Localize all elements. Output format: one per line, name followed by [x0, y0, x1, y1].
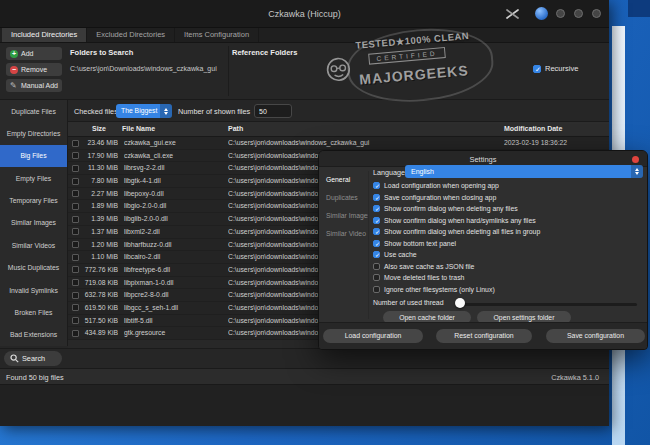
window-control-dot[interactable]: [592, 9, 601, 18]
titlebar[interactable]: Czkawka (Hiccup): [0, 0, 609, 28]
file-name: libtiff-5.dll: [124, 315, 224, 327]
save-configuration-button[interactable]: Save configuration: [546, 329, 645, 343]
settings-option: Also save cache as JSON file: [373, 261, 641, 273]
checkbox-label: Show confirm dialog when deleting any fi…: [384, 205, 518, 212]
search-path-item[interactable]: C:\users\jon\Downloads\windows_czkawka_g…: [70, 65, 217, 72]
tab-bar: Included DirectoriesExcluded Directories…: [0, 28, 609, 43]
checkbox[interactable]: [373, 182, 380, 189]
checkbox[interactable]: [373, 194, 380, 201]
manual-add-button[interactable]: Manual Add: [6, 79, 62, 92]
remove-button[interactable]: Remove: [6, 63, 62, 76]
sidebar-item-similar-videos[interactable]: Similar Videos: [0, 234, 67, 256]
language-dropdown[interactable]: English: [405, 165, 643, 178]
file-size: 719.08 KiB: [76, 277, 118, 289]
file-name: libpixman-1-0.dll: [124, 277, 224, 289]
load-configuration-button[interactable]: Load configuration: [323, 329, 423, 343]
search-button-label: Search: [22, 354, 45, 363]
settings-nav-general[interactable]: General: [319, 171, 368, 189]
settings-checkbox-list: Load configuration when opening appSave …: [373, 180, 641, 295]
checkbox[interactable]: [373, 263, 380, 270]
file-name: libgcc_s_seh-1.dll: [124, 302, 224, 314]
sidebar-item-empty-directories[interactable]: Empty Directories: [0, 122, 67, 144]
checkbox[interactable]: [373, 217, 380, 224]
window-control-dot[interactable]: [574, 9, 583, 18]
checkbox[interactable]: [373, 205, 380, 212]
checkbox[interactable]: [373, 251, 380, 258]
path-column-header[interactable]: Path: [228, 125, 243, 132]
tab-items-configuration[interactable]: Items Configuration: [175, 28, 259, 42]
file-size: 17.90 MiB: [76, 150, 118, 162]
close-icon[interactable]: [632, 156, 639, 163]
threads-slider-knob[interactable]: [455, 298, 465, 308]
settings-title: Settings: [319, 155, 647, 164]
settings-nav: GeneralDuplicatesSimilar ImagesSimilar V…: [319, 171, 369, 319]
settings-option: Use cache: [373, 249, 641, 261]
checkbox-label: Show bottom text panel: [384, 240, 456, 247]
sidebar-item-invalid-symlinks[interactable]: Invalid Symlinks: [0, 279, 67, 301]
tab-included-directories[interactable]: Included Directories: [2, 28, 87, 42]
language-dropdown-value: English: [411, 168, 434, 175]
tools-icon[interactable]: [505, 8, 521, 20]
checkbox-label: Load configuration when opening app: [384, 182, 499, 189]
window-control-dot[interactable]: [556, 9, 565, 18]
add-icon: [10, 50, 18, 58]
file-name-column-header[interactable]: File Name: [122, 125, 155, 132]
file-name: libpcre2-8-0.dll: [124, 289, 224, 301]
sidebar-item-bad-extensions[interactable]: Bad Extensions: [0, 324, 67, 346]
settings-nav-duplicates[interactable]: Duplicates: [319, 189, 368, 207]
sidebar-item-similar-images[interactable]: Similar Images: [0, 212, 67, 234]
shown-files-input[interactable]: [254, 104, 292, 118]
checkbox-label: Show confirm dialog when hard/symlinks a…: [384, 217, 536, 224]
sidebar-item-empty-files[interactable]: Empty Files: [0, 167, 67, 189]
file-table-header: Size File Name Path Modification Date: [68, 122, 609, 137]
settings-option: Load configuration when opening app: [373, 180, 641, 192]
file-name: libgio-2.0-0.dll: [124, 200, 224, 212]
file-size: 11.30 MiB: [76, 162, 118, 174]
checkbox-label: Use cache: [384, 251, 417, 258]
checkbox[interactable]: [373, 274, 380, 281]
checkbox[interactable]: [373, 240, 380, 247]
sidebar-item-music-duplicates[interactable]: Music Duplicates: [0, 257, 67, 279]
file-name: librsvg-2-2.dll: [124, 162, 224, 174]
recursive-checkbox[interactable]: [533, 65, 541, 73]
bottom-text-panel[interactable]: [0, 384, 609, 426]
sidebar-item-temporary-files[interactable]: Temporary Files: [0, 189, 67, 211]
size-column-header[interactable]: Size: [92, 125, 106, 132]
threads-slider-track[interactable]: [459, 303, 637, 306]
sidebar-item-duplicate-files[interactable]: Duplicate Files: [0, 100, 67, 122]
threads-row: Number of used thread: [373, 297, 637, 309]
sidebar-item-broken-files[interactable]: Broken Files: [0, 301, 67, 323]
search-icon: [10, 354, 19, 363]
modification-date-column-header[interactable]: Modification Date: [504, 125, 562, 132]
reference-folders-header: Reference Folders: [232, 48, 297, 57]
file-size: 1.89 MiB: [76, 200, 118, 212]
directories-toolbar: Add Remove Manual Add Folders to Search …: [0, 43, 609, 100]
settings-nav-similar-video[interactable]: Similar Video: [319, 225, 368, 243]
threads-label: Number of used thread: [373, 299, 443, 306]
file-size: 632.78 KiB: [76, 289, 118, 301]
settings-nav-similar-images[interactable]: Similar Images: [319, 207, 368, 225]
file-path: C:\users\jon\downloads\windows_czkawka_g…: [228, 137, 480, 149]
checkbox[interactable]: [373, 228, 380, 235]
search-button[interactable]: Search: [4, 351, 62, 366]
info-icon[interactable]: [535, 7, 548, 20]
sort-dropdown-value: The Biggest: [121, 107, 157, 114]
sidebar-item-big-files[interactable]: Big Files: [0, 145, 67, 167]
search-row: Search: [0, 348, 609, 368]
file-name: libxml2-2.dll: [124, 226, 224, 238]
remove-icon: [10, 66, 18, 74]
settings-option: Show confirm dialog when hard/symlinks a…: [373, 215, 641, 227]
tab-excluded-directories[interactable]: Excluded Directories: [87, 28, 175, 42]
add-button-label: Add: [21, 50, 33, 57]
recursive-option: Recursive: [533, 64, 578, 73]
checkbox[interactable]: [373, 286, 380, 293]
dropdown-arrows-icon: [160, 104, 172, 118]
settings-footer: Load configuration Reset configuration S…: [319, 322, 647, 349]
sort-dropdown[interactable]: The Biggest: [116, 104, 172, 118]
reset-configuration-button[interactable]: Reset configuration: [436, 329, 532, 343]
shown-files-label: Number of shown files: [178, 107, 250, 116]
add-button[interactable]: Add: [6, 47, 62, 60]
checkbox-label: Show confirm dialog when deleting all fi…: [384, 228, 540, 235]
file-name: libglib-2.0-0.dll: [124, 213, 224, 225]
table-row[interactable]: 23.46 MiBczkawka_gui.exeC:\users\jon\dow…: [68, 137, 609, 150]
